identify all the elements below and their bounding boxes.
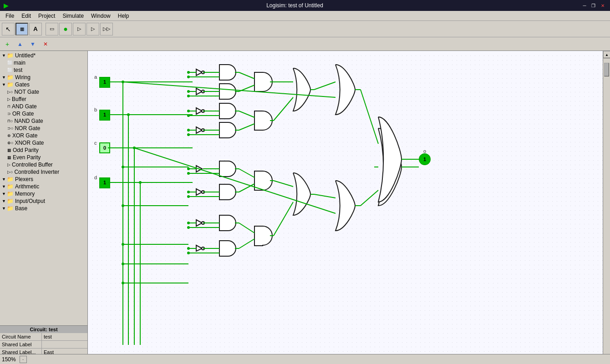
text-tool[interactable]: A (29, 23, 42, 35)
zoom-decrease-button[interactable]: - (20, 356, 27, 363)
tree-item-xor-gate[interactable]: ⊕ XOR Gate (0, 132, 87, 139)
green-dot-tool[interactable]: ● (59, 23, 72, 35)
minimize-button[interactable]: ─ (581, 2, 588, 9)
delete-circuit-button[interactable]: ✕ (40, 39, 51, 50)
tree-item-not-gate[interactable]: ▷○ NOT Gate (0, 88, 87, 96)
tree-item-inputoutput[interactable]: ▼ 📁 Input/Output (0, 197, 87, 205)
menu-edit[interactable]: Edit (18, 12, 35, 20)
restore-button[interactable]: ❐ (590, 2, 597, 9)
tree-item-odd-parity[interactable]: ▦ Odd Parity (0, 147, 87, 154)
tree-item-or-gate[interactable]: ⊃ OR Gate (0, 110, 87, 117)
tree-item-buffer[interactable]: ▷ Buffer (0, 96, 87, 103)
tree-item-nor-gate[interactable]: ⊃○ NOR Gate (0, 125, 87, 132)
scroll-track[interactable] (603, 58, 610, 357)
app-icon: ▶ (4, 2, 9, 9)
select-tool[interactable]: ▦ (15, 23, 28, 35)
win-controls: ─ ❐ ✕ (581, 2, 606, 9)
circuit-icon-test: ⬜ (7, 68, 12, 72)
tree-item-memory[interactable]: ▼ 📁 Memory (0, 190, 87, 197)
scrollbar-right: ▲ ▼ (603, 51, 610, 364)
tree-item-nand-gate[interactable]: ⊓○ NAND Gate (0, 117, 87, 125)
close-button[interactable]: ✕ (599, 2, 606, 9)
move-up-button[interactable]: ▲ (15, 39, 25, 50)
scroll-thumb[interactable] (604, 63, 609, 76)
statusbar: 150% - (0, 354, 610, 364)
expand-icon: ▼ (2, 53, 6, 58)
menubar: File Edit Project Simulate Window Help (0, 11, 610, 21)
play-tool[interactable]: ▷ (73, 23, 86, 35)
folder-icon: 📁 (7, 52, 14, 59)
tree-item-plexers[interactable]: ▼ 📁 Plexers (0, 176, 87, 183)
circuit-canvas[interactable] (88, 51, 603, 364)
zoom-level: 150% (2, 356, 16, 363)
tree-item-controlled-buffer[interactable]: ▷ Controlled Buffer (0, 161, 87, 168)
scroll-up-button[interactable]: ▲ (603, 51, 610, 58)
tree-item-main[interactable]: ⬜ main (0, 59, 87, 66)
tree-item-controlled-inverter[interactable]: ▷○ Controlled Inverter (0, 168, 87, 176)
tree-item-and-gate[interactable]: ⊓ AND Gate (0, 103, 87, 110)
titlebar: ▶ Logisim: test of Untitled ─ ❐ ✕ (0, 0, 610, 11)
pointer-tool[interactable]: ↖ (2, 23, 15, 35)
menu-window[interactable]: Window (87, 12, 114, 20)
add-circuit-button[interactable]: + (2, 39, 13, 50)
tree-item-gates[interactable]: ▼ 📁 Gates (0, 81, 87, 88)
info-row-shared-label: Shared Label (0, 341, 87, 349)
fast-forward-tool[interactable]: ▷▷ (100, 23, 113, 35)
toolbar2: + ▲ ▼ ✕ (0, 37, 610, 51)
info-row-circuit-name: Circuit Name test (0, 333, 87, 341)
main-layout: ▼ 📁 Untitled* ⬜ main ⬜ test ▼ 📁 Wiring ▼… (0, 51, 610, 364)
menu-help[interactable]: Help (114, 12, 133, 20)
tree-item-untitled[interactable]: ▼ 📁 Untitled* (0, 52, 87, 59)
menu-file[interactable]: File (2, 12, 18, 20)
tree-item-test[interactable]: ⬜ test (0, 66, 87, 74)
left-panel: ▼ 📁 Untitled* ⬜ main ⬜ test ▼ 📁 Wiring ▼… (0, 51, 88, 364)
component-tree: ▼ 📁 Untitled* ⬜ main ⬜ test ▼ 📁 Wiring ▼… (0, 51, 87, 325)
circuit-icon-main: ⬜ (7, 61, 12, 65)
rect-tool[interactable]: ▭ (46, 23, 58, 35)
menu-simulate[interactable]: Simulate (59, 12, 87, 20)
canvas-area[interactable] (88, 51, 603, 364)
move-down-button[interactable]: ▼ (27, 39, 38, 50)
tree-item-wiring[interactable]: ▼ 📁 Wiring (0, 74, 87, 81)
window-title: Logisim: test of Untitled (266, 2, 323, 9)
tree-item-xnor-gate[interactable]: ⊕○ XNOR Gate (0, 139, 87, 147)
tree-item-arithmetic[interactable]: ▼ 📁 Arithmetic (0, 183, 87, 190)
toolbar: ↖ ▦ A ▭ ● ▷ ▷ ▷▷ (0, 21, 610, 37)
menu-project[interactable]: Project (35, 12, 59, 20)
tree-item-even-parity[interactable]: ▦ Even Parity (0, 154, 87, 161)
triangle-tool[interactable]: ▷ (86, 23, 99, 35)
tree-item-base[interactable]: ▼ 📁 Base (0, 205, 87, 212)
info-title: Circuit: test (0, 326, 87, 333)
